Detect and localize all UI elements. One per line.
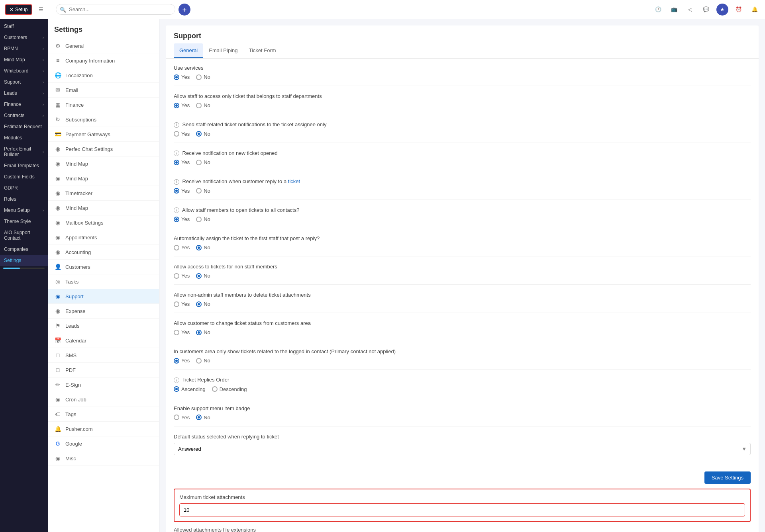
menu-item-localization[interactable]: 🌐 Localization <box>48 68 159 83</box>
radio-staff-notif-yes[interactable]: Yes <box>174 131 190 137</box>
radio-logged-contact-no[interactable]: No <box>196 358 210 364</box>
avatar[interactable]: ★ <box>716 4 728 16</box>
radio-new-ticket-yes[interactable]: Yes <box>174 159 190 165</box>
radio-use-services-no[interactable]: No <box>196 74 210 80</box>
menu-item-pusher[interactable]: 🔔 Pusher.com <box>48 422 159 436</box>
search-input[interactable] <box>56 4 175 15</box>
radio-staff-dept-no[interactable]: No <box>196 102 210 108</box>
radio-open-tickets-no[interactable]: No <box>196 216 210 222</box>
history-icon[interactable]: 🕐 <box>653 4 664 15</box>
sidebar-item-email-templates[interactable]: Email Templates <box>0 160 48 171</box>
save-settings-button[interactable]: Save Settings <box>704 471 751 484</box>
radio-replies-ascending[interactable]: Ascending <box>174 386 206 392</box>
menu-item-subscriptions[interactable]: ↻ Subscriptions <box>48 112 159 127</box>
menu-item-customers[interactable]: 👤 Customers <box>48 260 159 274</box>
menu-item-general[interactable]: ⚙ General <box>48 39 159 53</box>
sidebar-item-roles[interactable]: Roles <box>0 194 48 205</box>
info-icon: i <box>174 179 179 185</box>
radio-new-ticket-no[interactable]: No <box>196 159 210 165</box>
tab-ticket-form[interactable]: Ticket Form <box>243 43 282 58</box>
sidebar-item-mindmap[interactable]: Mind Map › <box>0 54 48 65</box>
chat-icon: ◉ <box>54 145 61 153</box>
sidebar-item-perfex-email-builder[interactable]: Perfex Email Builder › <box>0 143 48 160</box>
form-group-auto-assign: Automatically assign the ticket to the f… <box>174 235 751 256</box>
label-customer-reply: i Receive notification when customer rep… <box>174 178 751 185</box>
bell-icon[interactable]: 🔔 <box>749 4 760 15</box>
radio-delete-attach-yes[interactable]: Yes <box>174 301 190 307</box>
radio-replies-descending[interactable]: Descending <box>212 386 247 392</box>
sidebar-item-estimate-request[interactable]: Estimate Request <box>0 121 48 132</box>
tab-email-piping[interactable]: Email Piping <box>203 43 243 58</box>
radio-auto-assign-yes[interactable]: Yes <box>174 244 190 250</box>
radio-staff-notif-no[interactable]: No <box>196 131 210 137</box>
sidebar-item-finance[interactable]: Finance › <box>0 99 48 110</box>
screen-icon[interactable]: 📺 <box>669 4 680 15</box>
sidebar-item-staff[interactable]: Staff <box>0 21 48 32</box>
menu-item-perfex-chat[interactable]: ◉ Perfex Chat Settings <box>48 142 159 156</box>
sidebar-item-customers[interactable]: Customers › <box>0 32 48 43</box>
menu-item-finance[interactable]: ▦ Finance <box>48 98 159 112</box>
support-icon[interactable]: 💬 <box>700 4 712 15</box>
menu-item-payment-gateways[interactable]: 💳 Payment Gateways <box>48 127 159 142</box>
radio-delete-attach-no[interactable]: No <box>196 301 210 307</box>
share-icon[interactable]: ◁ <box>685 4 696 15</box>
close-icon[interactable]: ✕ <box>10 7 14 12</box>
menu-item-support[interactable]: ◉ Support <box>48 289 159 304</box>
radio-non-staff-no[interactable]: No <box>196 273 210 279</box>
setup-tab[interactable]: ✕ Setup <box>5 4 32 15</box>
radio-menu-badge-no[interactable]: No <box>196 415 210 421</box>
max-attachments-input[interactable] <box>179 503 745 516</box>
menu-item-esign[interactable]: ✏ E-Sign <box>48 377 159 392</box>
radio-logged-contact-yes[interactable]: Yes <box>174 358 190 364</box>
menu-item-sms[interactable]: □ SMS <box>48 348 159 363</box>
menu-item-pdf[interactable]: □ PDF <box>48 363 159 377</box>
sidebar-item-custom-fields[interactable]: Custom Fields <box>0 171 48 182</box>
sidebar-item-modules[interactable]: Modules <box>0 132 48 143</box>
menu-item-google[interactable]: G Google <box>48 436 159 451</box>
radio-customer-reply-no[interactable]: No <box>196 188 210 194</box>
radio-open-tickets-yes[interactable]: Yes <box>174 216 190 222</box>
menu-item-email[interactable]: ✉ Email <box>48 83 159 98</box>
hamburger-icon[interactable]: ☰ <box>35 4 47 15</box>
radio-staff-dept-yes[interactable]: Yes <box>174 102 190 108</box>
menu-item-cron-job[interactable]: ◉ Cron Job <box>48 392 159 407</box>
menu-item-timetracker[interactable]: ◉ Timetracker <box>48 186 159 201</box>
sidebar-item-theme-style[interactable]: Theme Style <box>0 216 48 227</box>
radio-non-staff-yes[interactable]: Yes <box>174 273 190 279</box>
default-status-select[interactable]: Answered Open Closed <box>174 443 751 455</box>
sidebar-item-menu-setup[interactable]: Menu Setup › <box>0 205 48 216</box>
clock-icon[interactable]: ⏰ <box>733 4 744 15</box>
sidebar-item-support[interactable]: Support › <box>0 76 48 88</box>
sidebar-item-settings[interactable]: Settings <box>0 255 48 266</box>
menu-item-mind-map-2[interactable]: ◉ Mind Map <box>48 171 159 186</box>
search-wrap: 🔍 <box>56 4 175 15</box>
menu-item-expense[interactable]: ◉ Expense <box>48 304 159 319</box>
sidebar-item-aio-support[interactable]: AIO Support Contact <box>0 227 48 244</box>
menu-item-appointments[interactable]: ◉ Appointments <box>48 230 159 245</box>
sidebar-item-contracts[interactable]: Contracts › <box>0 110 48 121</box>
radio-menu-badge-yes[interactable]: Yes <box>174 415 190 421</box>
sidebar-item-whiteboard[interactable]: Whiteboard › <box>0 65 48 76</box>
tab-general[interactable]: General <box>174 43 203 58</box>
sidebar-item-bpmn[interactable]: BPMN › <box>0 43 48 54</box>
menu-item-tags[interactable]: 🏷 Tags <box>48 407 159 422</box>
radio-use-services-yes[interactable]: Yes <box>174 74 190 80</box>
sidebar-item-leads[interactable]: Leads › <box>0 88 48 99</box>
radio-auto-assign-no[interactable]: No <box>196 244 210 250</box>
sidebar-item-companies[interactable]: Companies <box>0 244 48 255</box>
menu-item-accounting[interactable]: ◉ Accounting <box>48 245 159 260</box>
menu-item-calendar[interactable]: 📅 Calendar <box>48 333 159 348</box>
menu-item-mind-map-1[interactable]: ◉ Mind Map <box>48 156 159 171</box>
menu-item-mind-map-3[interactable]: ◉ Mind Map <box>48 201 159 215</box>
menu-item-leads[interactable]: ⚑ Leads <box>48 319 159 333</box>
menu-item-mailbox[interactable]: ◉ Mailbox Settings <box>48 215 159 230</box>
sidebar-item-gdpr[interactable]: GDPR <box>0 182 48 194</box>
radio-customer-status-no[interactable]: No <box>196 329 210 335</box>
menu-item-tasks[interactable]: ◎ Tasks <box>48 274 159 289</box>
menu-item-company-info[interactable]: ≡ Company Information <box>48 53 159 68</box>
radio-customer-reply-yes[interactable]: Yes <box>174 188 190 194</box>
menu-item-misc[interactable]: ◉ Misc <box>48 451 159 466</box>
ticket-link[interactable]: ticket <box>288 178 300 184</box>
add-button[interactable]: ＋ <box>178 4 190 16</box>
radio-customer-status-yes[interactable]: Yes <box>174 329 190 335</box>
